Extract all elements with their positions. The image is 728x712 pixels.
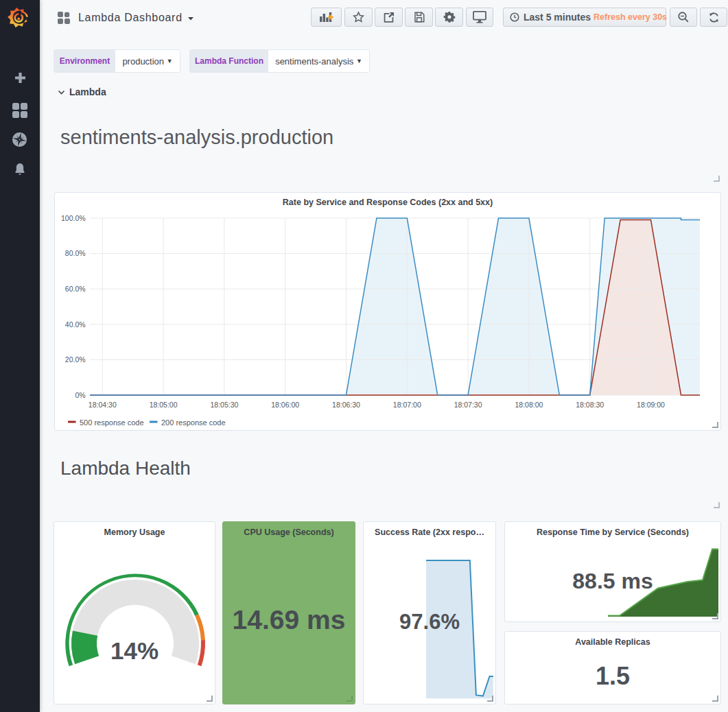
svg-text:18:06:30: 18:06:30 (332, 401, 360, 409)
svg-text:18:05:00: 18:05:00 (150, 401, 178, 409)
svg-text:18:08:30: 18:08:30 (576, 401, 604, 409)
svg-text:0%: 0% (75, 391, 85, 399)
svg-text:500 response code: 500 response code (80, 418, 144, 427)
svg-text:40.0%: 40.0% (65, 320, 86, 329)
svg-text:20.0%: 20.0% (65, 355, 86, 364)
svg-text:18:05:30: 18:05:30 (210, 401, 238, 409)
svg-text:60.0%: 60.0% (65, 285, 86, 293)
svg-text:18:08:00: 18:08:00 (515, 401, 543, 409)
svg-text:18:04:30: 18:04:30 (89, 401, 117, 409)
svg-text:100.0%: 100.0% (61, 214, 86, 222)
svg-text:18:06:00: 18:06:00 (271, 401, 299, 409)
svg-text:18:07:00: 18:07:00 (393, 401, 421, 409)
svg-text:80.0%: 80.0% (65, 249, 86, 257)
svg-text:18:07:30: 18:07:30 (454, 401, 482, 409)
svg-text:200 response code: 200 response code (161, 418, 226, 427)
svg-text:18:09:00: 18:09:00 (637, 401, 665, 409)
